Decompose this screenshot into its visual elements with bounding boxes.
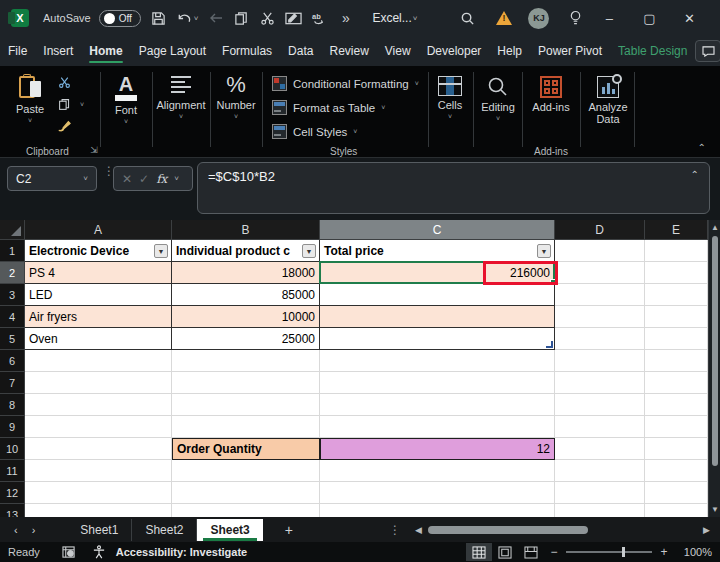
cell-D6[interactable] xyxy=(555,350,645,372)
cell-A3[interactable]: LED xyxy=(25,284,172,306)
undo-dropdown-icon[interactable]: ˅ xyxy=(194,14,199,23)
menu-tab-power-pivot[interactable]: Power Pivot xyxy=(530,39,610,63)
tab-options-icon[interactable]: ⋮ xyxy=(389,523,401,537)
sheet-tab-sheet1[interactable]: Sheet1 xyxy=(67,519,132,541)
font-group-button[interactable]: A Font ˅ xyxy=(100,74,152,125)
vertical-scrollbar[interactable]: ▲ ▼ xyxy=(708,220,720,517)
cell-D1[interactable] xyxy=(555,240,645,262)
horizontal-scrollbar[interactable]: ◀ ▶ xyxy=(415,525,720,535)
select-all-corner[interactable] xyxy=(0,220,25,240)
cell-D7[interactable] xyxy=(555,372,645,394)
cell-D3[interactable] xyxy=(555,284,645,306)
cell-C11[interactable] xyxy=(320,460,555,482)
paste-button[interactable]: Paste ˅ xyxy=(16,74,44,124)
column-header-C[interactable]: C xyxy=(320,220,555,240)
row-header-5[interactable]: 5 xyxy=(0,328,25,350)
fill-handle[interactable] xyxy=(550,279,556,285)
cell-D2[interactable] xyxy=(555,262,645,284)
cut-icon[interactable] xyxy=(259,10,276,27)
hscroll-right-icon[interactable]: ▶ xyxy=(703,525,710,535)
row-header-10[interactable]: 10 xyxy=(0,438,25,460)
cell-A5[interactable]: Oven xyxy=(25,328,172,350)
next-sheet-icon[interactable]: › xyxy=(32,524,50,536)
collapse-formula-bar-icon[interactable]: ⌃ xyxy=(691,169,699,180)
cell-E8[interactable] xyxy=(645,394,708,416)
menu-tab-file[interactable]: File xyxy=(0,39,35,63)
menu-tab-formulas[interactable]: Formulas xyxy=(214,39,280,63)
warning-icon[interactable] xyxy=(496,11,512,25)
cell-B4[interactable]: 10000 xyxy=(172,306,320,328)
cell-E5[interactable] xyxy=(645,328,708,350)
menu-tab-review[interactable]: Review xyxy=(321,39,376,63)
minimize-button[interactable]: – xyxy=(594,4,624,32)
row-header-1[interactable]: 1 xyxy=(0,240,25,262)
page-break-preview-icon[interactable] xyxy=(518,543,544,561)
cell-D9[interactable] xyxy=(555,416,645,438)
draft-email-icon[interactable] xyxy=(285,10,302,27)
menu-tab-page-layout[interactable]: Page Layout xyxy=(131,39,214,63)
cell-A8[interactable] xyxy=(25,394,172,416)
comments-button[interactable] xyxy=(695,40,720,62)
cell-B10[interactable]: Order Quantity xyxy=(172,438,320,460)
save-icon[interactable] xyxy=(150,10,167,27)
cell-B5[interactable]: 25000 xyxy=(172,328,320,350)
cell-B3[interactable]: 85000 xyxy=(172,284,320,306)
cell-C6[interactable] xyxy=(320,350,555,372)
search-icon[interactable] xyxy=(459,10,476,27)
cell-C9[interactable] xyxy=(320,416,555,438)
menu-tab-view[interactable]: View xyxy=(377,39,419,63)
copy-icon[interactable] xyxy=(233,10,250,27)
scroll-down-icon[interactable]: ▼ xyxy=(711,505,719,514)
row-header-4[interactable]: 4 xyxy=(0,306,25,328)
prev-sheet-icon[interactable]: ‹ xyxy=(0,524,32,536)
name-box-dropdown-icon[interactable]: ˅ xyxy=(83,174,88,183)
format-painter-icon[interactable] xyxy=(56,118,72,134)
cell-B9[interactable] xyxy=(172,416,320,438)
cell-C12[interactable] xyxy=(320,482,555,504)
page-layout-view-icon[interactable] xyxy=(492,543,518,561)
menu-tab-table-design[interactable]: Table Design xyxy=(610,39,695,63)
cell-A13[interactable] xyxy=(25,504,172,517)
cell-E4[interactable] xyxy=(645,306,708,328)
cell-E7[interactable] xyxy=(645,372,708,394)
row-header-12[interactable]: 12 xyxy=(0,482,25,504)
zoom-out-button[interactable]: − xyxy=(544,545,564,559)
copy-small-icon[interactable] xyxy=(56,96,72,112)
new-sheet-button[interactable]: + xyxy=(263,522,315,538)
collapse-ribbon-icon[interactable]: ⌃ xyxy=(698,142,706,153)
row-header-9[interactable]: 9 xyxy=(0,416,25,438)
cell-C2[interactable]: 216000 xyxy=(320,262,555,284)
cell-E9[interactable] xyxy=(645,416,708,438)
cell-A12[interactable] xyxy=(25,482,172,504)
formula-input[interactable]: =$C$10*B2 ⌃ xyxy=(197,162,710,214)
row-header-8[interactable]: 8 xyxy=(0,394,25,416)
hscroll-thumb[interactable] xyxy=(428,526,588,534)
conditional-formatting-button[interactable]: Conditional Formatting˅ xyxy=(272,76,419,91)
more-commands-icon[interactable]: » xyxy=(337,10,354,27)
cell-A7[interactable] xyxy=(25,372,172,394)
cell-D12[interactable] xyxy=(555,482,645,504)
cell-B2[interactable]: 18000 xyxy=(172,262,320,284)
cell-E6[interactable] xyxy=(645,350,708,372)
sheet-tab-sheet3[interactable]: Sheet3 xyxy=(197,519,262,541)
avatar[interactable]: KJ xyxy=(528,8,549,29)
vscroll-thumb[interactable] xyxy=(712,236,718,466)
row-header-2[interactable]: 2 xyxy=(0,262,25,284)
column-header-D[interactable]: D xyxy=(555,220,645,240)
cell-D10[interactable] xyxy=(555,438,645,460)
cell-B11[interactable] xyxy=(172,460,320,482)
row-header-13[interactable]: 13 xyxy=(0,504,25,517)
spelling-icon[interactable]: ab xyxy=(311,10,328,27)
cell-B6[interactable] xyxy=(172,350,320,372)
zoom-slider[interactable] xyxy=(566,551,652,553)
cell-C10[interactable]: 12 xyxy=(320,438,555,460)
filter-button-A1[interactable]: ▼ xyxy=(154,244,168,258)
cell-A1[interactable]: Electronic Device xyxy=(25,240,172,262)
menu-tab-developer[interactable]: Developer xyxy=(419,39,490,63)
cell-C4[interactable] xyxy=(320,306,555,328)
cell-D8[interactable] xyxy=(555,394,645,416)
addins-button[interactable]: Add-ins xyxy=(528,76,574,113)
cell-B8[interactable] xyxy=(172,394,320,416)
filter-button-B1[interactable]: ▼ xyxy=(302,244,316,258)
cell-D5[interactable] xyxy=(555,328,645,350)
